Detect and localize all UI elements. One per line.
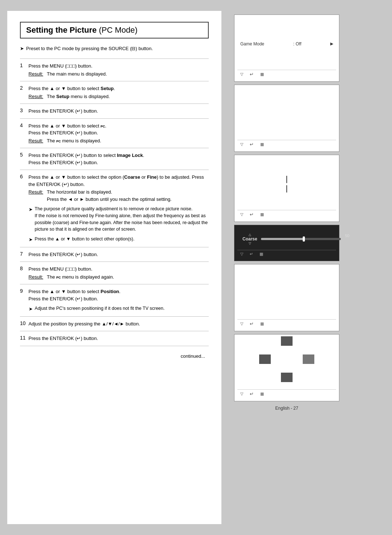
step-content-5: Press the ENTER/OK (↵) button to select … [29, 148, 209, 170]
coarse-up-arrow: △ [249, 233, 251, 236]
result-label-1: Result: [29, 70, 43, 78]
tv-icon-enter-6: ↵ [250, 391, 254, 397]
step-num-10: 10 [20, 316, 29, 331]
tv-icon-menu-2: ▦ [260, 142, 264, 147]
step-content-10: Adjust the position by pressing the ▲/▼/… [29, 316, 209, 331]
continued-text: continued... [20, 353, 209, 359]
result-text-1: The main menu is displayed. [47, 70, 107, 78]
tv-icon-triangle-3: ▽ [240, 212, 243, 217]
coarse-slider-thumb [303, 236, 305, 242]
screen1-content: Game Mode : Off ▶ [237, 18, 336, 70]
screen5-content [237, 267, 336, 319]
screen3-content [237, 158, 336, 210]
step-num-2: 2 [20, 81, 29, 104]
tv-icon-triangle-2: ▽ [240, 142, 243, 147]
coarse-slider-area: △ Coarse ▽ 50 [237, 228, 336, 250]
step-row-11: 11 Press the ENTER/OK (↵) button. [20, 331, 209, 346]
coarse-slider-fill [261, 238, 305, 240]
step-num-11: 11 [20, 331, 29, 346]
step-num-7: 7 [20, 247, 29, 262]
coarse-bottom-bar: ▽ ↵ ▦ [237, 250, 336, 258]
step-row-8: 8 Press the MENU (□□□) button. Result: T… [20, 262, 209, 284]
step-content-6: Press the ▲ or ▼ button to select the op… [29, 170, 209, 247]
tv-icon-enter-5: ↵ [250, 321, 254, 327]
result-text-6: The horizontal bar is displayed. Press t… [47, 189, 172, 203]
tv-bottom-bar-3: ▽ ↵ ▦ [237, 210, 336, 219]
tv-bottom-bar-5: ▽ ↵ ▦ [237, 319, 336, 328]
tv-icon-triangle-6: ▽ [240, 392, 243, 396]
note-text-9: Adjust the PC's screen positioning if it… [35, 305, 165, 312]
step-num-1: 1 [20, 59, 29, 81]
step-row-4: 4 Press the ▲ or ▼ button to select pc. … [20, 118, 209, 148]
noise-line-2 [286, 185, 287, 192]
coarse-icon-menu: ▦ [260, 252, 263, 256]
step-row-7: 7 Press the ENTER/OK (↵) button. [20, 247, 209, 262]
note-text-6b: Press the ▲ or ▼ button to select other … [35, 236, 135, 243]
noise-lines [286, 176, 287, 192]
step-row-3: 3 Press the ENTER/OK (↵) button. [20, 104, 209, 119]
note-arrow-icon-9: ➤ [29, 305, 33, 313]
result-text-2: The Setup menu is displayed. [47, 93, 110, 100]
tv-screen-2: ▽ ↵ ▦ [234, 85, 339, 152]
step-row-6: 6 Press the ▲ or ▼ button to select the … [20, 170, 209, 247]
page-title: Setting the Picture (PC Mode) [20, 22, 209, 38]
note-arrow-icon-6b: ➤ [29, 236, 33, 243]
tv-icon-menu-6: ▦ [260, 392, 264, 396]
step-num-3: 3 [20, 104, 29, 119]
step-num-5: 5 [20, 148, 29, 170]
step-row-9: 9 Press the ▲ or ▼ button to select Posi… [20, 284, 209, 317]
pos-icon-right [303, 354, 314, 364]
tv-icon-enter-2: ↵ [250, 142, 254, 147]
tv-icon-menu-1: ▦ [260, 72, 264, 77]
title-normal: (PC Mode) [97, 25, 137, 35]
step-num-9: 9 [20, 284, 29, 317]
tv-icon-menu-3: ▦ [260, 212, 264, 217]
game-mode-label: Game Mode [240, 41, 264, 46]
tv-bottom-bar-2: ▽ ↵ ▦ [237, 140, 336, 149]
result-label-6: Result: [29, 189, 43, 196]
tv-screen-3: ▽ ↵ ▦ [234, 155, 339, 222]
step-content-7: Press the ENTER/OK (↵) button. [29, 247, 209, 262]
tv-screen-4: △ Coarse ▽ 50 ▽ ↵ ▦ [234, 225, 339, 261]
preset-note: ➤ Preset to the PC mode by pressing the … [20, 46, 209, 51]
tv-bottom-bar-6: ▽ ↵ ▦ [237, 389, 336, 398]
pos-icon-bottom [281, 373, 293, 382]
tv-icon-enter-3: ↵ [250, 212, 254, 217]
step-row-5: 5 Press the ENTER/OK (↵) button to selec… [20, 148, 209, 170]
left-panel: Setting the Picture (PC Mode) ➤ Preset t… [7, 11, 221, 524]
game-mode-arrow: ▶ [330, 41, 333, 46]
step-row-1: 1 Press the MENU (□□□) button. Result: T… [20, 59, 209, 81]
coarse-value: 50 [345, 234, 349, 238]
game-mode-value: : Off [293, 41, 301, 46]
coarse-down-arrow: ▽ [249, 242, 251, 245]
step-num-6: 6 [20, 170, 29, 247]
page-number: English - 27 [234, 406, 339, 411]
step-content-2: Press the ▲ or ▼ button to select Setup.… [29, 81, 209, 104]
step-num-4: 4 [20, 118, 29, 148]
step-content-11: Press the ENTER/OK (↵) button. [29, 331, 209, 346]
preset-text: Preset to the PC mode by pressing the SO… [26, 46, 153, 51]
title-bold: Setting the Picture [26, 25, 97, 35]
step-content-1: Press the MENU (□□□) button. Result: The… [29, 59, 209, 81]
step-content-4: Press the ▲ or ▼ button to select pc. Pr… [29, 118, 209, 148]
steps-table: 1 Press the MENU (□□□) button. Result: T… [20, 58, 209, 346]
result-label-8: Result: [29, 273, 43, 281]
step-content-3: Press the ENTER/OK (↵) button. [29, 104, 209, 119]
pos-icon-top [281, 336, 293, 346]
tv-icon-triangle-1: ▽ [240, 72, 243, 77]
tv-screen-1: Game Mode : Off ▶ ▽ ↵ ▦ [234, 15, 339, 82]
tv-icon-menu-5: ▦ [260, 321, 264, 326]
noise-line-1 [286, 176, 287, 183]
page: Setting the Picture (PC Mode) ➤ Preset t… [0, 0, 392, 535]
right-panel: Game Mode : Off ▶ ▽ ↵ ▦ ▽ ↵ ▦ [229, 11, 345, 524]
coarse-label: Coarse [242, 236, 257, 242]
result-label-4: Result: [29, 137, 43, 145]
game-mode-row: Game Mode : Off ▶ [240, 41, 333, 46]
tv-screen-5: ▽ ↵ ▦ [234, 264, 339, 331]
tv-screen-6: ▽ ↵ ▦ [234, 334, 339, 401]
screen6-content [237, 329, 336, 389]
result-text-4: The pc menu is displayed. [47, 137, 101, 145]
step-content-8: Press the MENU (□□□) button. Result: The… [29, 262, 209, 284]
pos-icon-left [259, 354, 271, 364]
result-text-8: The pc menu is displayed again. [47, 273, 114, 281]
